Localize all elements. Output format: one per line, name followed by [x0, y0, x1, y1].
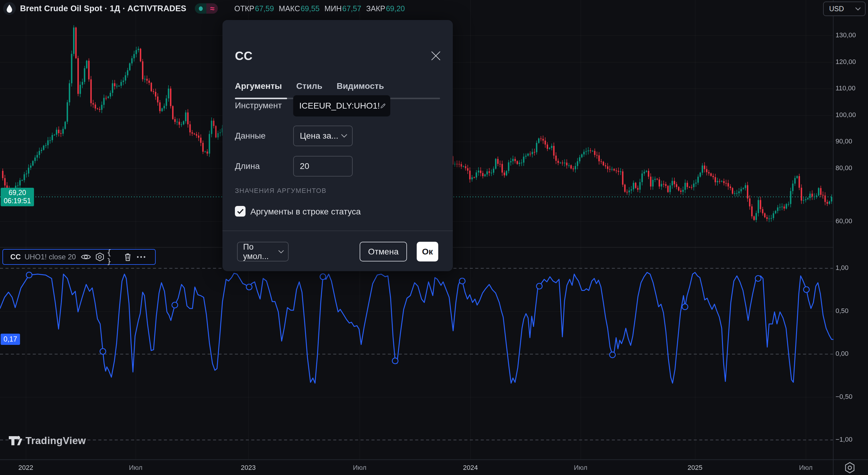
price-tick-label: 120,00 — [836, 58, 856, 66]
indicator-tick-label: −0,50 — [836, 393, 852, 401]
tradingview-chart-window: Brent Crude Oil Spot · 1Д · ACTIVTRADES … — [0, 0, 868, 475]
more-options-icon[interactable]: ••• — [135, 254, 149, 260]
defaults-value: По умол... — [243, 242, 278, 261]
price-tick-label: 130,00 — [836, 31, 856, 39]
tab-style[interactable]: Стиль — [296, 81, 322, 91]
time-tick-label: 2022 — [19, 464, 33, 472]
currency-selector[interactable]: USD — [823, 2, 866, 16]
time-axis[interactable]: 2022Июл2023Июл2024Июл2025Июл — [0, 460, 868, 475]
high-value: 69,55 — [301, 4, 319, 13]
market-status-pill[interactable]: ≈ — [195, 3, 218, 14]
status-line-checkbox[interactable] — [235, 206, 246, 217]
tab-arguments[interactable]: Аргументы — [235, 81, 282, 91]
ohlc-row: ОТКР 67,59 МАКС 69,55 МИН 67,57 ЗАКР 69,… — [229, 4, 405, 13]
indicator-tick-label: −1,00 — [836, 436, 852, 443]
chevron-down-icon — [278, 250, 284, 254]
ok-button[interactable]: Ок — [417, 242, 438, 261]
time-tick-label: Июл — [799, 464, 813, 472]
low-label: МИН — [324, 4, 342, 13]
indicator-value-badge: 0,17 — [1, 334, 20, 345]
instrument-field[interactable]: ICEEUR_DLY:UHO1! — [293, 95, 390, 117]
tradingview-logo-icon — [8, 434, 23, 447]
cancel-button[interactable]: Отмена — [360, 242, 407, 261]
chevron-down-icon — [855, 7, 861, 11]
time-tick-label: 2024 — [463, 464, 478, 472]
last-price-value: 69,20 — [1, 189, 34, 197]
trash-icon[interactable] — [121, 252, 135, 261]
pencil-icon — [380, 102, 386, 110]
high-label: МАКС — [279, 4, 300, 13]
price-tick-label: 80,00 — [836, 164, 852, 172]
close-value: 69,20 — [386, 4, 405, 13]
tradingview-logo[interactable]: TradingView — [8, 434, 86, 447]
indicator-legend[interactable]: CC UHO1! close 20 { } ••• — [2, 249, 156, 265]
length-input[interactable]: 20 — [293, 156, 353, 177]
low-value: 67,57 — [342, 4, 362, 13]
currency-label: USD — [829, 5, 844, 13]
bar-countdown: 06:19:51 — [1, 197, 34, 205]
time-tick-label: Июл — [129, 464, 143, 472]
oil-droplet-icon — [3, 2, 16, 15]
dialog-footer-divider — [222, 230, 453, 231]
indicator-name: CC — [10, 253, 21, 261]
data-source-label: Данные — [235, 131, 266, 141]
arguments-section-label: ЗНАЧЕНИЯ АРГУМЕНТОВ — [235, 187, 327, 195]
indicator-tick-label: 0,00 — [836, 350, 848, 358]
time-tick-label: 2023 — [241, 464, 256, 472]
tradingview-logo-text: TradingView — [26, 435, 86, 446]
indicator-params: UHO1! close 20 — [25, 253, 76, 261]
instrument-value: ICEEUR_DLY:UHO1! — [299, 101, 380, 111]
dialog-tabs: Аргументы Стиль Видимость — [235, 81, 398, 91]
time-tick-label: 2025 — [688, 464, 703, 472]
data-source-value: Цена за... — [300, 131, 338, 141]
tab-underline-active — [235, 98, 287, 99]
tab-visibility[interactable]: Видимость — [337, 81, 384, 91]
delayed-data-icon: ≈ — [206, 3, 218, 14]
defaults-select[interactable]: По умол... — [237, 242, 289, 261]
price-tick-label: 90,00 — [836, 137, 852, 145]
market-open-icon — [195, 3, 206, 14]
symbol-header: Brent Crude Oil Spot · 1Д · ACTIVTRADES … — [0, 0, 833, 17]
eye-icon[interactable] — [79, 253, 93, 260]
price-tick-label: 60,00 — [836, 217, 852, 225]
checkmark-icon — [237, 209, 244, 214]
data-source-select[interactable]: Цена за... — [293, 126, 353, 146]
chevron-down-icon — [341, 134, 347, 138]
length-value: 20 — [300, 161, 309, 171]
price-tick-label: 100,00 — [836, 111, 856, 119]
indicator-settings-dialog: СС Аргументы Стиль Видимость Инструмент … — [222, 20, 453, 271]
length-label: Длина — [235, 161, 260, 171]
close-icon[interactable] — [429, 49, 442, 62]
indicator-tick-label: 1,00 — [836, 264, 848, 272]
source-code-icon[interactable]: { } — [107, 248, 121, 266]
time-tick-label: Июл — [574, 464, 588, 472]
time-axis-settings-icon[interactable] — [844, 462, 856, 474]
close-label: ЗАКР — [366, 4, 385, 13]
last-price-badge: 69,20 06:19:51 — [1, 188, 34, 206]
open-value: 67,59 — [255, 4, 274, 13]
instrument-label: Инструмент — [235, 101, 282, 110]
settings-icon[interactable] — [93, 252, 107, 261]
time-tick-label: Июл — [353, 464, 367, 472]
symbol-title[interactable]: Brent Crude Oil Spot · 1Д · ACTIVTRADES — [20, 4, 186, 13]
dialog-title: СС — [235, 49, 252, 63]
indicator-tick-label: 0,50 — [836, 307, 848, 315]
status-line-checkbox-label[interactable]: Аргументы в строке статуса — [250, 207, 361, 217]
price-tick-label: 110,00 — [836, 84, 856, 92]
open-label: ОТКР — [234, 4, 254, 13]
